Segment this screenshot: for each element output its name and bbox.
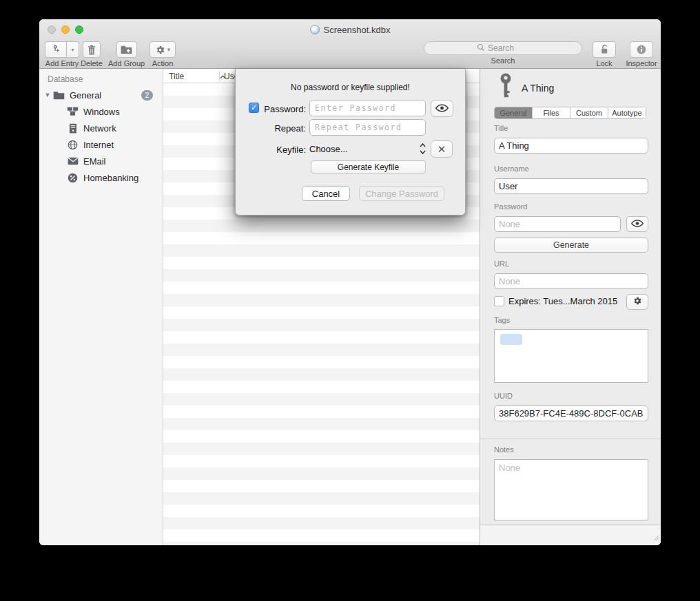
gear-icon	[155, 45, 165, 55]
change-password-button[interactable]: Change Password	[359, 186, 444, 201]
document-icon	[310, 25, 320, 34]
add-group-button[interactable]	[116, 41, 137, 58]
search-group: Search	[424, 41, 582, 65]
expires-checkbox[interactable]	[494, 296, 504, 306]
entry-header: A Thing	[497, 73, 554, 103]
tab-custom[interactable]: Custom	[570, 107, 608, 118]
tag-pill[interactable]	[500, 334, 522, 345]
url-field[interactable]	[494, 273, 648, 289]
envelope-icon	[67, 156, 79, 167]
tab-files[interactable]: Files	[533, 107, 570, 118]
column-divider[interactable]	[219, 71, 220, 81]
server-icon	[67, 123, 79, 134]
add-entry-group: ▾ Add Entry	[45, 41, 79, 67]
repeat-password-input[interactable]	[309, 119, 426, 136]
uuid-label: UUID	[494, 392, 513, 400]
action-label: Action	[152, 59, 174, 67]
cancel-button[interactable]: Cancel	[302, 186, 350, 201]
username-field[interactable]	[494, 178, 648, 194]
lock-label: Lock	[596, 59, 612, 67]
add-entry-button[interactable]	[45, 41, 67, 58]
search-input-wrap[interactable]	[424, 41, 582, 55]
titlebar[interactable]: Screenshot.kdbx	[39, 19, 661, 40]
eye-icon	[435, 103, 449, 115]
sheet-message: No password or keyfile supplied!	[236, 83, 465, 92]
sidebar-item-label: General	[70, 90, 101, 101]
key-icon	[497, 73, 515, 103]
entry-title: A Thing	[522, 83, 554, 94]
generate-keyfile-button[interactable]: Generate Keyfile	[311, 160, 426, 173]
entry-count-badge: 2	[141, 90, 153, 101]
keyfile-popup[interactable]: Choose...	[309, 140, 426, 158]
notes-label: Notes	[494, 445, 514, 454]
inspector-tabs: General Files Custom Autotype	[494, 107, 646, 119]
separator	[480, 439, 661, 439]
folder-plus-icon	[121, 45, 132, 54]
add-entry-dropdown-button[interactable]: ▾	[67, 41, 79, 58]
inspector-button[interactable]	[630, 41, 653, 58]
close-x-icon: ✕	[438, 143, 446, 156]
percent-icon	[67, 172, 79, 184]
popup-stepper-icon[interactable]	[419, 142, 426, 158]
delete-button[interactable]	[83, 41, 101, 58]
clear-keyfile-button[interactable]: ✕	[431, 140, 453, 158]
sidebar-item-general[interactable]: ▼ General 2	[39, 87, 163, 103]
password-label: Password:	[261, 104, 306, 114]
tab-general[interactable]: General	[495, 107, 533, 118]
inspector-label: Inspector	[626, 59, 657, 67]
reveal-password-button[interactable]	[431, 100, 453, 117]
generate-password-button[interactable]: Generate	[494, 238, 648, 253]
chevron-down-icon: ▾	[71, 47, 74, 53]
info-circle-icon	[636, 44, 647, 55]
lock-button[interactable]	[593, 41, 616, 58]
sidebar-item-homebanking[interactable]: Homebanking	[39, 169, 163, 186]
password-field-label: Password	[494, 202, 527, 211]
sidebar-item-label: Windows	[83, 107, 120, 117]
action-button[interactable]: ▾	[150, 41, 176, 58]
sidebar-item-internet[interactable]: Internet	[39, 136, 163, 153]
folder-icon	[53, 89, 65, 101]
title-field[interactable]	[494, 138, 648, 154]
sidebar-section-header: Database	[39, 72, 163, 87]
search-input[interactable]	[488, 43, 529, 53]
sidebar-item-email[interactable]: EMail	[39, 153, 163, 169]
column-header-title[interactable]: Title	[169, 69, 226, 83]
inspector-footer	[480, 525, 661, 545]
key-plus-icon	[50, 44, 61, 55]
magnifier-icon	[477, 42, 485, 54]
gear-icon	[632, 296, 642, 308]
enter-password-input[interactable]	[309, 100, 426, 116]
reveal-password-button[interactable]	[626, 216, 648, 232]
sidebar-item-label: EMail	[83, 156, 106, 167]
inspector-panel: A Thing General Files Custom Autotype Ti…	[480, 69, 661, 545]
sidebar-item-label: Internet	[83, 140, 114, 150]
sidebar-item-windows[interactable]: Windows	[39, 103, 163, 120]
delete-group: Delete	[81, 41, 103, 67]
keyfile-label: Keyfile:	[261, 145, 306, 155]
trash-icon	[87, 45, 96, 55]
url-field-label: URL	[494, 260, 509, 268]
toolbar: ▾ Add Entry Delete A	[39, 40, 661, 69]
resize-grip[interactable]	[652, 531, 659, 544]
action-group: ▾ Action	[150, 41, 176, 67]
window-title: Screenshot.kdbx	[324, 25, 391, 35]
repeat-label: Repeat:	[261, 123, 306, 134]
sidebar-item-network[interactable]: Network	[39, 120, 163, 136]
lock-group: Lock	[591, 41, 617, 67]
expires-options-button[interactable]	[626, 294, 648, 310]
tags-box[interactable]	[494, 329, 648, 383]
add-group-group: Add Group	[108, 41, 145, 67]
uuid-field[interactable]	[494, 405, 648, 421]
delete-label: Delete	[81, 59, 103, 67]
workgroup-icon	[67, 106, 79, 118]
chevron-down-icon: ▾	[167, 46, 171, 53]
checkmark-icon: ✓	[251, 103, 257, 112]
globe-icon	[67, 139, 79, 151]
notes-field[interactable]	[494, 459, 648, 520]
password-field[interactable]	[494, 216, 621, 232]
tab-autotype[interactable]: Autotype	[608, 107, 646, 118]
password-checkbox[interactable]: ✓	[249, 103, 259, 113]
title-area: Screenshot.kdbx	[39, 19, 661, 40]
expires-label: Expires: Tues...March 2015	[508, 296, 617, 306]
disclosure-triangle-icon[interactable]: ▼	[42, 92, 53, 98]
